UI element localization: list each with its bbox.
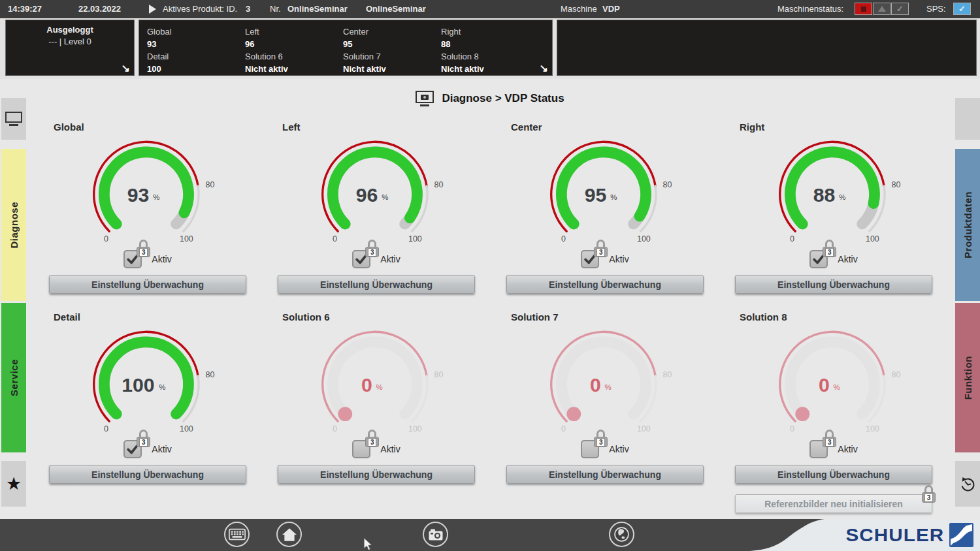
sidebar-item-label: Service <box>8 359 20 396</box>
einstellung-ueberwachung-button[interactable]: Einstellung Überwachung <box>506 465 704 484</box>
gauge-dial: 93%010080 <box>66 138 229 251</box>
gauge-dial: 0%010080 <box>523 328 687 441</box>
einstellung-ueberwachung-button[interactable]: Einstellung Überwachung <box>49 465 246 484</box>
gauge-card: Detail 100%010080 3 Aktiv Einstellung Üb… <box>49 294 278 484</box>
machine-up-button[interactable] <box>873 3 890 15</box>
lock-icon: 3 <box>823 430 836 447</box>
svg-text:80: 80 <box>206 180 215 189</box>
aktiv-row: 3 Aktiv <box>735 250 932 268</box>
aktiv-label: Aktiv <box>609 444 629 454</box>
svg-text:80: 80 <box>434 180 444 189</box>
sidebar-item-diagnose[interactable]: Diagnose <box>1 149 26 301</box>
einstellung-ueberwachung-button[interactable]: Einstellung Überwachung <box>735 275 932 294</box>
value-label: Solution 8 <box>441 50 539 63</box>
sidebar-item-favorites[interactable]: ★ <box>1 461 26 507</box>
sidebar-item-service[interactable]: Service <box>1 303 26 452</box>
play-icon <box>149 5 156 14</box>
lock-level: 3 <box>139 248 148 257</box>
value-number: 100 <box>147 63 245 75</box>
svg-text:0: 0 <box>104 424 108 433</box>
aktiv-row: 3 Aktiv <box>49 440 246 458</box>
lock-icon: 3 <box>594 430 608 447</box>
values-column: Global 93 Detail 100 <box>147 25 245 75</box>
nr-value: OnlineSeminar <box>287 4 348 14</box>
svg-text:%: % <box>610 193 617 201</box>
user-login-panel[interactable]: Ausgeloggt --- | Level 0 ↘ <box>5 20 135 76</box>
svg-text:0: 0 <box>790 424 794 433</box>
aktiv-row: 3 Aktiv <box>735 440 932 458</box>
svg-text:96: 96 <box>356 184 378 206</box>
keyboard-button[interactable] <box>224 522 250 547</box>
einstellung-ueberwachung-button[interactable]: Einstellung Überwachung <box>49 275 246 294</box>
aktiv-label: Aktiv <box>380 444 400 454</box>
brand-logo-icon <box>949 523 973 547</box>
lock-level: 3 <box>825 248 834 257</box>
svg-text:80: 80 <box>663 370 672 379</box>
gauge-dial: 95%010080 <box>523 138 687 251</box>
svg-text:100: 100 <box>408 424 422 433</box>
referenzbilder-button[interactable]: Referenzbilder neu initialisieren 3 <box>735 494 932 513</box>
value-label: Right <box>441 25 539 38</box>
machine-label: Maschine <box>561 4 597 14</box>
language-button[interactable] <box>609 522 634 547</box>
svg-text:100: 100 <box>637 424 651 433</box>
gauge-dial: 100%010080 <box>66 328 229 441</box>
check-icon: ✓ <box>896 4 904 14</box>
svg-text:%: % <box>833 383 840 391</box>
home-button[interactable] <box>276 522 302 547</box>
gauge-dial: 88%010080 <box>752 138 915 251</box>
empty-info-panel <box>557 20 977 76</box>
machine-value: VDP <box>602 4 620 14</box>
expand-arrow-icon[interactable]: ↘ <box>540 62 548 74</box>
svg-text:100: 100 <box>180 234 193 244</box>
lock-level: 3 <box>596 438 605 447</box>
lock-level: 3 <box>924 494 933 502</box>
sidebar-item-monitor[interactable] <box>1 98 26 140</box>
lock-icon: 3 <box>137 240 150 257</box>
clock: 14:39:27 <box>8 4 42 14</box>
einstellung-ueberwachung-button[interactable]: Einstellung Überwachung <box>278 465 475 484</box>
main-content: Diagnose > VDP Status Diagnose Service ★… <box>0 79 980 519</box>
vdp-status-screen: 14:39:27 22.03.2022 Aktives Produkt: ID.… <box>0 0 980 551</box>
gauge-card: Solution 8 0%010080 3 Aktiv Einstellung … <box>735 294 964 484</box>
einstellung-ueberwachung-button[interactable]: Einstellung Überwachung <box>735 465 932 484</box>
screenshot-button[interactable] <box>423 522 448 547</box>
quality-values-panel[interactable]: Global 93 Detail 100 Left 96 Solution 6 … <box>139 20 553 76</box>
globe-icon <box>613 526 630 543</box>
up-triangle-icon <box>878 6 886 12</box>
lock-icon: 3 <box>137 430 150 447</box>
aktiv-label: Aktiv <box>152 254 171 264</box>
svg-text:%: % <box>839 193 845 201</box>
brand-area: SCHULER <box>745 519 980 551</box>
machine-stop-button[interactable] <box>855 3 872 15</box>
value-number: Nicht aktiv <box>441 63 539 75</box>
aktiv-row: 3 Aktiv <box>278 440 475 458</box>
value-label: Solution 6 <box>245 50 343 63</box>
top-status-bar: 14:39:27 22.03.2022 Aktives Produkt: ID.… <box>0 0 980 18</box>
svg-text:80: 80 <box>663 180 672 189</box>
value-number: Nicht aktiv <box>245 63 343 75</box>
expand-arrow-icon[interactable]: ↘ <box>122 62 130 74</box>
home-icon <box>282 527 297 542</box>
star-icon: ★ <box>6 473 22 494</box>
gauge-title: Detail <box>54 311 80 323</box>
svg-text:100: 100 <box>637 234 651 244</box>
brand-wordmark: SCHULER <box>845 525 944 546</box>
svg-text:100: 100 <box>866 234 879 244</box>
active-product-value: 3 <box>246 4 250 14</box>
svg-text:80: 80 <box>206 370 215 379</box>
monitor-icon <box>5 112 22 126</box>
einstellung-ueberwachung-button[interactable]: Einstellung Überwachung <box>506 275 704 294</box>
gauge-card: Solution 6 0%010080 3 Aktiv Einstellung … <box>278 294 506 484</box>
lock-level: 3 <box>825 438 834 447</box>
value-label: Left <box>245 25 343 38</box>
gauge-dial: 0%010080 <box>295 328 458 441</box>
aktiv-label: Aktiv <box>609 254 629 264</box>
einstellung-ueberwachung-button[interactable]: Einstellung Überwachung <box>278 275 475 294</box>
svg-text:%: % <box>604 383 611 391</box>
gauge-title: Left <box>282 121 301 133</box>
gauge-card: Global 93%010080 3 Aktiv Einstellung Übe… <box>49 104 278 294</box>
gauge-title: Solution 7 <box>511 311 559 323</box>
svg-text:0: 0 <box>590 374 601 396</box>
machine-ok-button[interactable]: ✓ <box>891 3 909 15</box>
